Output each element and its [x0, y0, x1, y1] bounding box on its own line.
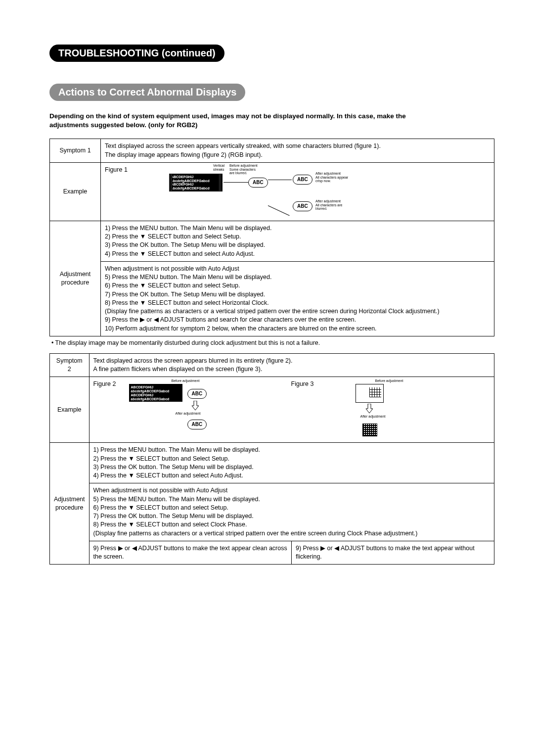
- figure3-image-after: [362, 424, 377, 436]
- figure3-image-before: [356, 384, 384, 403]
- after-ok-caption: After adjustment All characters appear c…: [315, 172, 365, 183]
- fig2-before-caption: Before adjustment: [172, 379, 200, 383]
- adjproc1-steps-a: 1) Press the MENU button. The Main Menu …: [101, 221, 494, 261]
- fig2-abc-after: ABC: [187, 420, 207, 429]
- after-bad-caption: After adjustment All characters are blur…: [315, 199, 365, 211]
- abc-before: ABC: [248, 178, 268, 188]
- adjproc2-step9-left: 9) Press ▶ or ◀ ADJUST buttons to make t…: [89, 541, 292, 565]
- intro-text: Depending on the kind of system equipmen…: [49, 112, 494, 130]
- symptom2-text: Text displayed across the screen appears…: [89, 353, 494, 377]
- abc-after-ok: ABC: [293, 175, 312, 185]
- adjproc2-steps-b: When adjustment is not possible with Aut…: [89, 483, 494, 541]
- example2-figure: Figure 2 ABCDEFGHIJ abcdefgABCDEFGabcd A…: [89, 377, 494, 443]
- adjproc2-label: Adjustmentprocedure: [50, 443, 89, 565]
- symptom2-table: Symptom 2 Text displayed across the scre…: [49, 353, 494, 565]
- fig2-after-caption: After adjustment: [176, 412, 201, 416]
- adjproc1-steps-b: When adjustment is not possible with Aut…: [101, 261, 494, 336]
- clock-note: • The display image may be momentarily d…: [51, 339, 494, 346]
- subsection-pill: Actions to Correct Abnormal Displays: [49, 84, 245, 101]
- section-pill: TROUBLESHOOTING (continued): [49, 45, 224, 62]
- symptom1-label: Symptom 1: [50, 139, 101, 163]
- figure2-label: Figure 2: [93, 380, 116, 388]
- adjproc2-steps-a: 1) Press the MENU button. The Main Menu …: [89, 443, 494, 483]
- symptom1-table: Symptom 1 Text displayed across the scre…: [49, 139, 494, 336]
- example2-label: Example: [50, 377, 89, 443]
- fig3-after-caption: After adjustment: [360, 415, 386, 419]
- symptom1-text: Text displayed across the screen appears…: [101, 139, 494, 163]
- fig2-abc-before: ABC: [187, 389, 207, 399]
- figure3-label: Figure 3: [291, 380, 314, 388]
- before-adj1-caption: Before adjustment Some characters are bl…: [229, 164, 274, 175]
- figure1-label: Figure 1: [105, 166, 128, 174]
- symptom2-label: Symptom 2: [50, 353, 89, 377]
- figure1-image: ABCDEFGHIJ abcdefgABCDEFGabcd ABCDEFGHIJ…: [169, 174, 222, 191]
- adjproc2-step9-right: 9) Press ▶ or ◀ ADJUST buttons to make t…: [292, 541, 494, 565]
- fig3-before-caption: Before adjustment: [375, 379, 403, 383]
- example1-label: Example: [50, 162, 101, 221]
- abc-after-bad: ABC: [293, 201, 312, 211]
- example1-figure: Figure 1 ABCDEFGHIJ abcdefgABCDEFGabcd A…: [101, 162, 494, 221]
- adjproc1-label: Adjustmentprocedure: [50, 221, 101, 336]
- figure2-image: ABCDEFGHIJ abcdefgABCDEFGabcd ABCDEFGHIJ…: [129, 384, 182, 402]
